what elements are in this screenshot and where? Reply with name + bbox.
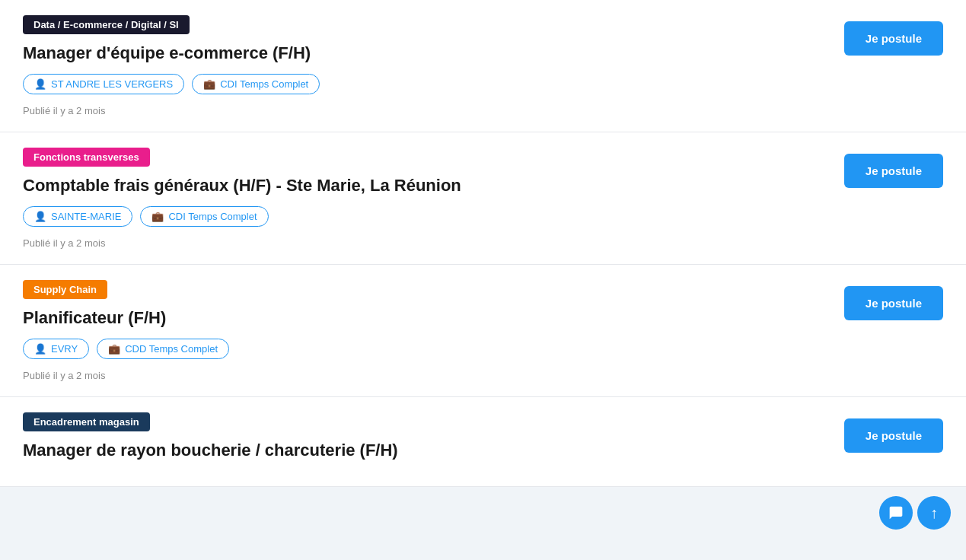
job-card-content: Supply ChainPlanificateur (F/H)👤EVRY💼CDD…	[23, 280, 821, 381]
publish-date: Publié il y a 2 mois	[23, 370, 821, 381]
job-category-badge: Encadrement magasin	[23, 412, 150, 431]
apply-button[interactable]: Je postule	[844, 418, 943, 453]
contract-icon: 💼	[203, 78, 215, 90]
contract-text: CDI Temps Complet	[168, 211, 257, 222]
apply-button[interactable]: Je postule	[844, 154, 943, 188]
location-tag: 👤ST ANDRE LES VERGERS	[23, 74, 184, 94]
location-icon: 👤	[34, 343, 46, 355]
job-category-badge: Fonctions transverses	[23, 148, 150, 167]
job-card-content: Fonctions transversesComptable frais gén…	[23, 148, 821, 249]
publish-date: Publié il y a 2 mois	[23, 237, 821, 249]
job-title: Comptable frais généraux (H/F) - Ste Mar…	[23, 176, 821, 196]
job-tags: 👤SAINTE-MARIE💼CDI Temps Complet	[23, 206, 821, 227]
job-category-badge: Supply Chain	[23, 280, 107, 299]
apply-button[interactable]: Je postule	[844, 21, 943, 56]
contract-tag: 💼CDI Temps Complet	[192, 74, 320, 94]
job-card: Fonctions transversesComptable frais gén…	[0, 132, 966, 265]
job-card: Supply ChainPlanificateur (F/H)👤EVRY💼CDD…	[0, 265, 966, 397]
scroll-top-button[interactable]: ↑	[917, 496, 951, 530]
location-tag: 👤EVRY	[23, 339, 89, 359]
job-title: Manager d'équipe e-commerce (F/H)	[23, 43, 821, 63]
location-text: ST ANDRE LES VERGERS	[51, 78, 173, 90]
chat-fab-button[interactable]	[879, 496, 913, 530]
job-list: Data / E-commerce / Digital / SIManager …	[0, 0, 966, 487]
location-text: SAINTE-MARIE	[51, 211, 121, 222]
location-text: EVRY	[51, 343, 78, 355]
job-category-badge: Data / E-commerce / Digital / SI	[23, 15, 190, 34]
contract-text: CDI Temps Complet	[220, 78, 308, 90]
job-card-content: Encadrement magasinManager de rayon bouc…	[23, 412, 821, 471]
job-title: Manager de rayon boucherie / charcuterie…	[23, 441, 821, 460]
job-card-content: Data / E-commerce / Digital / SIManager …	[23, 15, 821, 116]
publish-date: Publié il y a 2 mois	[23, 105, 821, 116]
contract-tag: 💼CDD Temps Complet	[97, 339, 229, 359]
contract-icon: 💼	[151, 211, 164, 222]
job-card: Data / E-commerce / Digital / SIManager …	[0, 0, 966, 132]
location-tag: 👤SAINTE-MARIE	[23, 206, 132, 227]
contract-tag: 💼CDI Temps Complet	[140, 206, 268, 227]
job-tags: 👤ST ANDRE LES VERGERS💼CDI Temps Complet	[23, 74, 821, 94]
contract-icon: 💼	[108, 343, 120, 355]
location-icon: 👤	[34, 211, 46, 222]
apply-button[interactable]: Je postule	[844, 286, 943, 320]
job-tags: 👤EVRY💼CDD Temps Complet	[23, 339, 821, 359]
job-card: Encadrement magasinManager de rayon bouc…	[0, 397, 966, 487]
job-title: Planificateur (F/H)	[23, 308, 821, 328]
location-icon: 👤	[34, 78, 46, 90]
contract-text: CDD Temps Complet	[125, 343, 218, 355]
